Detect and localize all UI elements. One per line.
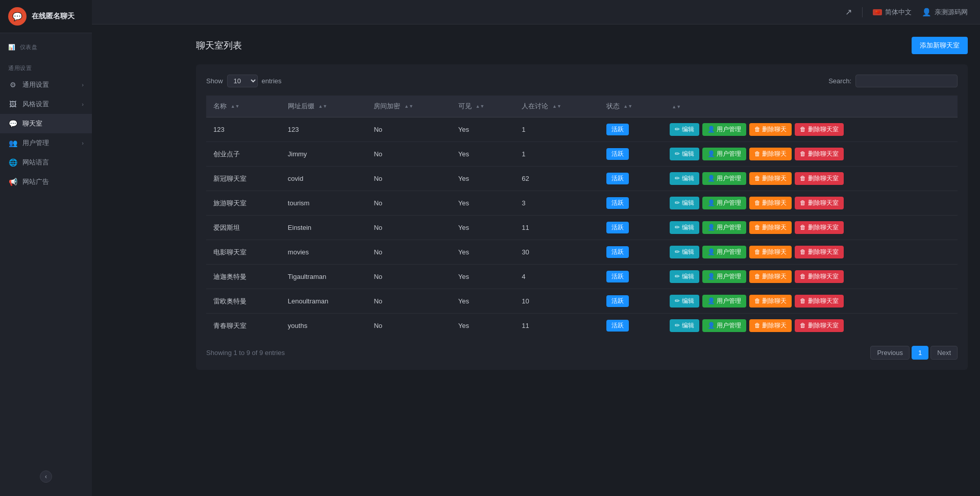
delete-chat-button[interactable]: 🗑 删除聊天 (749, 172, 792, 185)
delete-chat-button[interactable]: 🗑 删除聊天 (749, 148, 792, 160)
edit-button[interactable]: ✏ 编辑 (670, 221, 699, 234)
previous-page-button[interactable]: Previous (870, 346, 910, 360)
sort-icon[interactable]: ▲▼ (231, 104, 240, 109)
sort-icon[interactable]: ▲▼ (404, 104, 413, 109)
cell-actions: ✏ 编辑 👤 用户管理 🗑 删除聊天 🗑 删除聊天室 (663, 240, 958, 265)
app-name: 在线匿名聊天 (32, 12, 75, 21)
chinese-flag: 🇨🇳 (873, 9, 882, 15)
action-buttons: ✏ 编辑 👤 用户管理 🗑 删除聊天 🗑 删除聊天室 (670, 148, 950, 160)
cell-visible: Yes (451, 314, 515, 338)
user-management-button[interactable]: 👤 用户管理 (702, 148, 746, 160)
sidebar-item-site-language[interactable]: 🌐 网站语言 (0, 153, 92, 172)
table-row: 青春聊天室 youths No Yes 11 活跃 ✏ 编辑 👤 用户管理 🗑 … (206, 314, 958, 338)
delete-room-button[interactable]: 🗑 删除聊天室 (795, 197, 843, 209)
cell-name: 旅游聊天室 (206, 191, 281, 216)
dashboard-item[interactable]: 📊 仪表盘 (0, 33, 92, 56)
cell-status: 活跃 (599, 240, 663, 265)
cell-encrypted: No (366, 191, 451, 216)
user-management-button[interactable]: 👤 用户管理 (702, 319, 746, 332)
status-badge: 活跃 (606, 124, 629, 135)
action-buttons: ✏ 编辑 👤 用户管理 🗑 删除聊天 🗑 删除聊天室 (670, 172, 950, 185)
delete-chat-button[interactable]: 🗑 删除聊天 (749, 246, 792, 258)
action-buttons: ✏ 编辑 👤 用户管理 🗑 删除聊天 🗑 删除聊天室 (670, 123, 950, 136)
page-1-button[interactable]: 1 (912, 346, 928, 360)
user-management-button[interactable]: 👤 用户管理 (702, 295, 746, 308)
delete-chat-button[interactable]: 🗑 删除聊天 (749, 295, 792, 308)
col-status: 状态 ▲▼ (599, 96, 663, 117)
cell-name: 创业点子 (206, 142, 281, 167)
delete-room-button[interactable]: 🗑 删除聊天室 (795, 246, 843, 258)
cell-visible: Yes (451, 265, 515, 289)
language-selector[interactable]: 🇨🇳 简体中文 (873, 8, 912, 17)
edit-button[interactable]: ✏ 编辑 (670, 319, 699, 332)
col-name: 名称 ▲▼ (206, 96, 281, 117)
table-row: 新冠聊天室 covid No Yes 62 活跃 ✏ 编辑 👤 用户管理 🗑 删… (206, 167, 958, 191)
delete-chat-button[interactable]: 🗑 删除聊天 (749, 319, 792, 332)
cell-name: 爱因斯坦 (206, 216, 281, 240)
cell-encrypted: No (366, 216, 451, 240)
edit-button[interactable]: ✏ 编辑 (670, 295, 699, 308)
status-badge: 活跃 (606, 246, 629, 258)
next-page-button[interactable]: Next (930, 346, 958, 360)
user-management-button[interactable]: 👤 用户管理 (702, 270, 746, 283)
col-slug: 网址后缀 ▲▼ (281, 96, 367, 117)
user-menu[interactable]: 👤 亲测源码网 (922, 8, 968, 17)
sidebar-item-style-settings[interactable]: 🖼 风格设置 › (0, 95, 92, 114)
cell-slug: covid (281, 167, 367, 191)
user-management-button[interactable]: 👤 用户管理 (702, 123, 746, 136)
sort-icon[interactable]: ▲▼ (552, 104, 561, 109)
search-input[interactable] (855, 75, 958, 87)
delete-room-button[interactable]: 🗑 删除聊天室 (795, 221, 843, 234)
add-chat-room-button[interactable]: 添加新聊天室 (912, 37, 968, 54)
show-entries-control: Show 10 25 50 100 entries (206, 75, 282, 87)
chat-icon: 💬 (8, 119, 17, 128)
sidebar-item-general-settings[interactable]: ⚙ 通用设置 › (0, 75, 92, 95)
action-buttons: ✏ 编辑 👤 用户管理 🗑 删除聊天 🗑 删除聊天室 (670, 295, 950, 308)
cell-encrypted: No (366, 314, 451, 338)
status-badge: 活跃 (606, 271, 629, 282)
collapse-sidebar-button[interactable]: ‹ (40, 470, 52, 483)
delete-chat-button[interactable]: 🗑 删除聊天 (749, 123, 792, 136)
cell-status: 活跃 (599, 265, 663, 289)
edit-button[interactable]: ✏ 编辑 (670, 172, 699, 185)
delete-room-button[interactable]: 🗑 删除聊天室 (795, 319, 843, 332)
entries-select[interactable]: 10 25 50 100 (227, 75, 258, 87)
delete-chat-button[interactable]: 🗑 删除聊天 (749, 197, 792, 209)
action-buttons: ✏ 编辑 👤 用户管理 🗑 删除聊天 🗑 删除聊天室 (670, 221, 950, 234)
cell-encrypted: No (366, 289, 451, 314)
sort-icon[interactable]: ▲▼ (318, 104, 327, 109)
cell-visible: Yes (451, 191, 515, 216)
sidebar-item-user-management[interactable]: 👥 用户管理 › (0, 133, 92, 153)
sidebar-item-site-ads[interactable]: 📢 网站广告 (0, 172, 92, 192)
sidebar-item-chat-room[interactable]: 💬 聊天室 (0, 114, 92, 133)
delete-chat-button[interactable]: 🗑 删除聊天 (749, 221, 792, 234)
delete-room-button[interactable]: 🗑 删除聊天室 (795, 270, 843, 283)
user-management-button[interactable]: 👤 用户管理 (702, 221, 746, 234)
edit-button[interactable]: ✏ 编辑 (670, 148, 699, 160)
cell-discussing: 11 (514, 314, 599, 338)
cell-actions: ✏ 编辑 👤 用户管理 🗑 删除聊天 🗑 删除聊天室 (663, 117, 958, 142)
edit-button[interactable]: ✏ 编辑 (670, 197, 699, 209)
delete-room-button[interactable]: 🗑 删除聊天室 (795, 148, 843, 160)
cell-slug: 123 (281, 117, 367, 142)
status-badge: 活跃 (606, 148, 629, 160)
status-badge: 活跃 (606, 320, 629, 332)
cell-slug: Einstein (281, 216, 367, 240)
cell-actions: ✏ 编辑 👤 用户管理 🗑 删除聊天 🗑 删除聊天室 (663, 216, 958, 240)
sort-icon[interactable]: ▲▼ (475, 104, 484, 109)
delete-room-button[interactable]: 🗑 删除聊天室 (795, 172, 843, 185)
delete-room-button[interactable]: 🗑 删除聊天室 (795, 295, 843, 308)
user-management-button[interactable]: 👤 用户管理 (702, 246, 746, 258)
cell-slug: tourism (281, 191, 367, 216)
external-link-icon[interactable]: ↗ (845, 7, 852, 17)
user-management-button[interactable]: 👤 用户管理 (702, 172, 746, 185)
edit-button[interactable]: ✏ 编辑 (670, 270, 699, 283)
sort-icon[interactable]: ▲▼ (623, 104, 632, 109)
sidebar-item-label: 用户管理 (22, 138, 49, 148)
user-management-button[interactable]: 👤 用户管理 (702, 197, 746, 209)
delete-room-button[interactable]: 🗑 删除聊天室 (795, 123, 843, 136)
edit-button[interactable]: ✏ 编辑 (670, 246, 699, 258)
show-label: Show (206, 77, 223, 85)
delete-chat-button[interactable]: 🗑 删除聊天 (749, 270, 792, 283)
edit-button[interactable]: ✏ 编辑 (670, 123, 699, 136)
